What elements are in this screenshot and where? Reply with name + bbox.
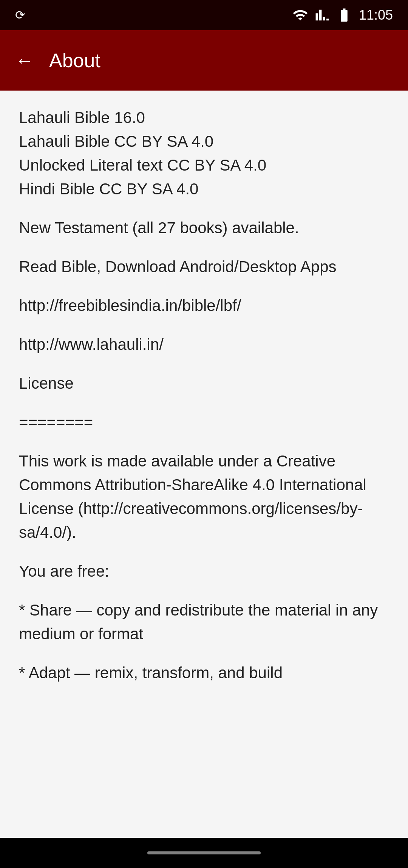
wifi-icon: [292, 7, 308, 23]
bullet2-block: * Adapt — remix, transform, and build: [19, 661, 389, 685]
link2-block: http://www.lahauli.in/: [19, 332, 389, 356]
bible-version-4: Hindi Bible CC BY SA 4.0: [19, 177, 389, 201]
status-time: 11:05: [359, 7, 393, 23]
bullet2-text: * Adapt — remix, transform, and build: [19, 661, 389, 685]
bullet1-text: * Share — copy and redistribute the mate…: [19, 598, 389, 646]
battery-icon: [336, 7, 352, 23]
link2-text: http://www.lahauli.in/: [19, 332, 389, 356]
bullet1-block: * Share — copy and redistribute the mate…: [19, 598, 389, 646]
new-testament-block: New Testament (all 27 books) available.: [19, 216, 389, 240]
free-label-text: You are free:: [19, 559, 389, 583]
read-bible-text: Read Bible, Download Android/Desktop App…: [19, 255, 389, 279]
back-button[interactable]: ←: [11, 47, 38, 74]
status-bar-left: ⟳: [15, 8, 25, 22]
app-bar: ← About: [0, 30, 408, 91]
home-indicator: [147, 851, 261, 854]
license-body-text: This work is made available under a Crea…: [19, 449, 389, 544]
license-body-block: This work is made available under a Crea…: [19, 449, 389, 544]
license-heading: License: [19, 371, 389, 395]
read-bible-block: Read Bible, Download Android/Desktop App…: [19, 255, 389, 279]
link1-text: http://freebiblesindia.in/bible/lbf/: [19, 294, 389, 317]
separator-text: ========: [19, 410, 389, 434]
bible-version-3: Unlocked Literal text CC BY SA 4.0: [19, 153, 389, 177]
separator-block: ========: [19, 410, 389, 434]
bible-version-1: Lahauli Bible 16.0: [19, 106, 389, 129]
free-label-block: You are free:: [19, 559, 389, 583]
bottom-bar: [0, 838, 408, 868]
sync-icon: ⟳: [15, 8, 25, 22]
signal-icon: [315, 7, 329, 23]
link1-block: http://freebiblesindia.in/bible/lbf/: [19, 294, 389, 317]
app-bar-title: About: [49, 49, 100, 72]
license-heading-block: License: [19, 371, 389, 395]
bible-version-2: Lahauli Bible CC BY SA 4.0: [19, 129, 389, 153]
new-testament-text: New Testament (all 27 books) available.: [19, 216, 389, 240]
content-area: Lahauli Bible 16.0 Lahauli Bible CC BY S…: [0, 91, 408, 838]
back-arrow-icon: ←: [15, 51, 34, 70]
bible-versions-block: Lahauli Bible 16.0 Lahauli Bible CC BY S…: [19, 106, 389, 201]
status-bar: ⟳ 11:05: [0, 0, 408, 30]
status-bar-right: 11:05: [292, 7, 393, 23]
